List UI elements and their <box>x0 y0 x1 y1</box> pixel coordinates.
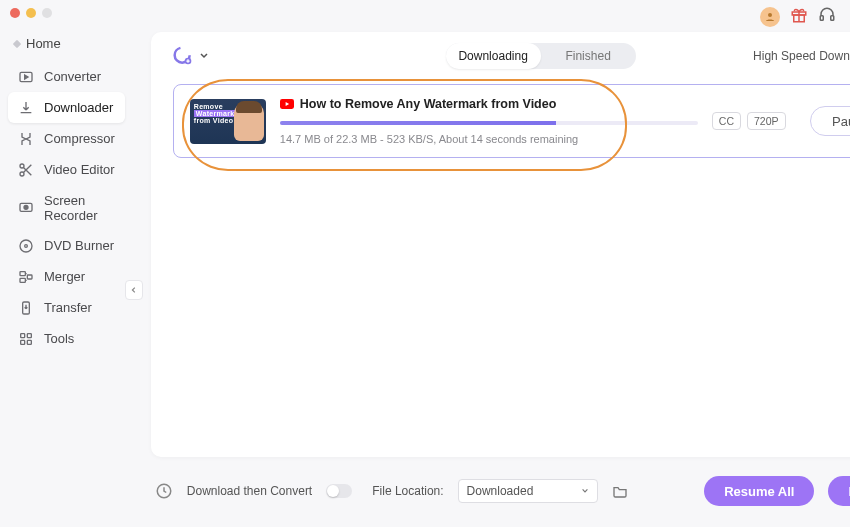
sidebar: Home Converter Downloader Compressor Vid… <box>0 26 133 527</box>
svg-rect-4 <box>831 16 834 21</box>
chevron-down-icon <box>199 51 209 61</box>
svg-point-11 <box>25 244 28 247</box>
resume-all-button[interactable]: Resume All <box>704 476 814 506</box>
download-panel: Downloading Finished High Speed Download… <box>151 32 850 457</box>
youtube-icon <box>280 99 294 109</box>
svg-rect-3 <box>820 16 823 21</box>
sidebar-item-video-editor[interactable]: Video Editor <box>8 154 125 185</box>
file-location-select[interactable]: Downloaded <box>458 479 598 503</box>
footer-bar: Download then Convert File Location: Dow… <box>151 467 850 515</box>
sidebar-item-dvd-burner[interactable]: DVD Burner <box>8 230 125 261</box>
svg-point-9 <box>24 205 28 209</box>
svg-point-0 <box>768 13 772 17</box>
open-folder-icon[interactable] <box>612 484 628 498</box>
gift-icon[interactable] <box>790 6 808 28</box>
svg-rect-19 <box>27 340 31 344</box>
svg-rect-16 <box>21 333 25 337</box>
svg-point-7 <box>20 172 24 176</box>
chevron-down-icon <box>581 487 589 495</box>
svg-rect-12 <box>20 271 25 275</box>
tab-switch: Downloading Finished <box>446 43 636 69</box>
download-item[interactable]: RemoveWatermarkfrom Video How to Remove … <box>173 84 850 158</box>
file-location-label: File Location: <box>372 484 443 498</box>
video-title: How to Remove Any Watermark from Video <box>300 97 557 111</box>
high-speed-label: High Speed Download <box>753 49 850 63</box>
window-titlebar <box>0 0 850 26</box>
pause-button[interactable]: Pause <box>810 106 851 136</box>
tab-finished[interactable]: Finished <box>541 43 636 69</box>
close-window-dot[interactable] <box>10 8 20 18</box>
download-status: 14.7 MB of 22.3 MB - 523 KB/S, About 14 … <box>280 133 698 145</box>
sidebar-item-merger[interactable]: Merger <box>8 261 125 292</box>
sidebar-item-converter[interactable]: Converter <box>8 61 125 92</box>
tools-icon <box>18 331 34 347</box>
maximize-window-dot <box>42 8 52 18</box>
sidebar-item-downloader[interactable]: Downloader <box>8 92 125 123</box>
svg-rect-17 <box>27 333 31 337</box>
svg-point-10 <box>20 240 32 252</box>
disc-icon <box>18 238 34 254</box>
sidebar-item-compressor[interactable]: Compressor <box>8 123 125 154</box>
resolution-chip[interactable]: 720P <box>747 112 786 130</box>
tab-downloading[interactable]: Downloading <box>446 43 541 69</box>
minimize-window-dot[interactable] <box>26 8 36 18</box>
svg-point-6 <box>20 164 24 168</box>
progress-bar <box>280 121 698 125</box>
sidebar-item-tools[interactable]: Tools <box>8 323 125 354</box>
collapse-sidebar-button[interactable] <box>125 280 143 300</box>
scissors-icon <box>18 162 34 178</box>
merger-icon <box>18 269 34 285</box>
sidebar-item-screen-recorder[interactable]: Screen Recorder <box>8 185 125 230</box>
user-avatar[interactable] <box>760 7 780 27</box>
converter-icon <box>18 69 34 85</box>
pause-all-button[interactable]: Pause All <box>828 476 850 506</box>
cc-chip[interactable]: CC <box>712 112 741 130</box>
add-url-icon <box>173 46 193 66</box>
history-icon[interactable] <box>155 482 173 500</box>
compressor-icon <box>18 131 34 147</box>
svg-rect-18 <box>21 340 25 344</box>
video-thumbnail: RemoveWatermarkfrom Video <box>190 99 266 144</box>
screen-recorder-icon <box>18 200 34 216</box>
svg-rect-13 <box>20 278 25 282</box>
downloader-icon <box>18 100 34 116</box>
home-heading: Home <box>0 32 133 61</box>
transfer-icon <box>18 300 34 316</box>
download-then-convert-label: Download then Convert <box>187 484 312 498</box>
sidebar-item-transfer[interactable]: Transfer <box>8 292 125 323</box>
headset-icon[interactable] <box>818 6 836 28</box>
download-then-convert-toggle[interactable] <box>326 484 352 498</box>
svg-rect-14 <box>27 275 32 279</box>
add-url-button[interactable] <box>173 46 209 66</box>
